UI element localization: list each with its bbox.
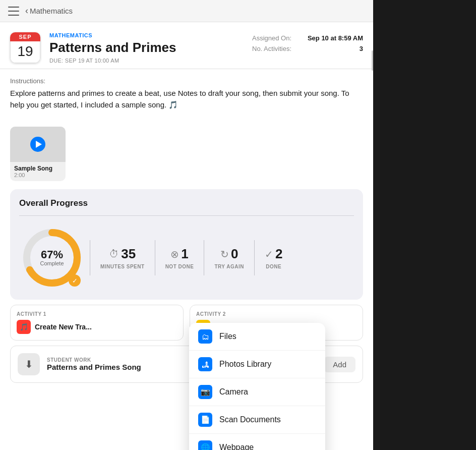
dropdown-item-webpage[interactable]: 🌐 Webpage	[189, 434, 325, 450]
stat-divider-1	[90, 240, 90, 275]
dropdown-item-photos[interactable]: 🏞 Photos Library	[189, 351, 325, 378]
back-button[interactable]: ‹ Mathematics	[25, 6, 73, 16]
calendar-month: SEP	[10, 32, 40, 41]
assignment-info: MATHEMATICS Patterns and Primes DUE: SEP…	[49, 32, 243, 64]
try-again-label: TRY AGAIN	[214, 264, 244, 269]
donut-percent: 67%	[40, 249, 64, 260]
assignment-due: DUE: SEP 19 AT 10:00 AM	[49, 58, 243, 64]
activities-value: 3	[360, 45, 363, 52]
dropdown-item-scan[interactable]: 📄 Scan Documents	[189, 406, 325, 434]
back-label: Mathematics	[30, 7, 73, 15]
donut-chart: 67% Complete ✓	[19, 225, 85, 291]
progress-section: Overall Progress 67% Complete ✓	[10, 189, 363, 300]
not-done-value: 1	[181, 246, 188, 262]
play-button[interactable]	[30, 137, 45, 152]
files-label: Files	[219, 332, 236, 341]
photos-icon: 🏞	[198, 357, 212, 371]
assignment-title: Patterns and Primes	[49, 40, 243, 55]
instructions-text: Explore patterns and primes to create a …	[10, 88, 363, 110]
progress-title: Overall Progress	[19, 198, 354, 208]
activity-1-text: Create New Tra...	[35, 323, 92, 331]
donut-check-icon: ✓	[69, 274, 81, 287]
attachment-info: Sample Song 2:00	[10, 162, 66, 181]
attachment-preview	[10, 127, 66, 162]
music-icon: 🎵	[17, 320, 31, 334]
donut-text: 67% Complete	[40, 249, 64, 266]
activities-label: No. Activities:	[252, 45, 291, 52]
assignment-header: SEP 19 MATHEMATICS Patterns and Primes D…	[0, 22, 373, 69]
attachment-name: Sample Song	[14, 165, 62, 172]
clock-icon: ⏱	[109, 248, 119, 260]
assignment-subject: MATHEMATICS	[49, 32, 243, 38]
done-label: DONE	[266, 264, 281, 269]
minutes-label: MINUTES SPENT	[100, 264, 145, 269]
photos-label: Photos Library	[219, 360, 271, 369]
try-again-icon: ↻	[220, 248, 229, 260]
not-done-label: NOT DONE	[165, 264, 194, 269]
calendar-day: 19	[10, 41, 40, 63]
activity-1-label: ACTIVITY 1	[17, 311, 177, 317]
scroll-indicator[interactable]	[372, 50, 373, 71]
instructions-label: Instructions:	[10, 77, 363, 85]
files-icon: 🗂	[198, 329, 212, 344]
activity-2-label: ACTIVITY 2	[196, 311, 356, 317]
add-button[interactable]: Add	[324, 357, 355, 372]
scan-label: Scan Documents	[219, 415, 281, 424]
stat-divider-2	[155, 240, 155, 275]
progress-stats: 67% Complete ✓ ⏱ 35 MINUTES SPENT ⊗ 1	[19, 225, 354, 291]
assigned-label: Assigned On:	[252, 34, 291, 42]
play-triangle-icon	[36, 141, 42, 148]
dropdown-menu: 🗂 Files 🏞 Photos Library 📷 Camera 📄 Scan…	[189, 323, 325, 450]
calendar-icon: SEP 19	[10, 32, 40, 63]
sample-song-attachment[interactable]: Sample Song 2:00	[10, 127, 66, 181]
scan-icon: 📄	[198, 413, 212, 427]
assignment-meta: Assigned On: Sep 10 at 8:59 AM No. Activ…	[252, 32, 363, 52]
assigned-value: Sep 10 at 8:59 AM	[308, 34, 363, 42]
right-panel	[373, 0, 476, 450]
try-again-stat: ↻ 0 TRY AGAIN	[209, 246, 249, 269]
activity-1-name: 🎵 Create New Tra...	[17, 320, 177, 334]
minutes-stat: ⏱ 35 MINUTES SPENT	[95, 246, 150, 269]
attachment-duration: 2:00	[14, 172, 62, 178]
sidebar-toggle[interactable]	[8, 7, 19, 16]
done-icon: ✓	[265, 248, 273, 260]
student-work-icon: ⬇	[18, 353, 40, 375]
stat-divider-4	[254, 240, 255, 275]
not-done-stat: ⊗ 1 NOT DONE	[160, 246, 199, 269]
webpage-icon: 🌐	[198, 440, 212, 450]
instructions-section: Instructions: Explore patterns and prime…	[0, 69, 373, 119]
camera-icon: 📷	[198, 385, 212, 399]
dropdown-item-camera[interactable]: 📷 Camera	[189, 378, 325, 406]
stat-divider-3	[204, 240, 204, 275]
minutes-value: 35	[121, 246, 136, 262]
webpage-label: Webpage	[219, 443, 254, 450]
activity-card-1[interactable]: ACTIVITY 1 🎵 Create New Tra...	[10, 305, 184, 341]
camera-label: Camera	[219, 387, 248, 397]
done-stat: ✓ 2 DONE	[260, 246, 287, 269]
not-done-icon: ⊗	[170, 248, 179, 260]
donut-label: Complete	[40, 260, 64, 266]
progress-divider	[19, 215, 354, 216]
try-again-value: 0	[231, 246, 238, 262]
done-value: 2	[275, 246, 282, 262]
dropdown-item-files[interactable]: 🗂 Files	[189, 323, 325, 351]
